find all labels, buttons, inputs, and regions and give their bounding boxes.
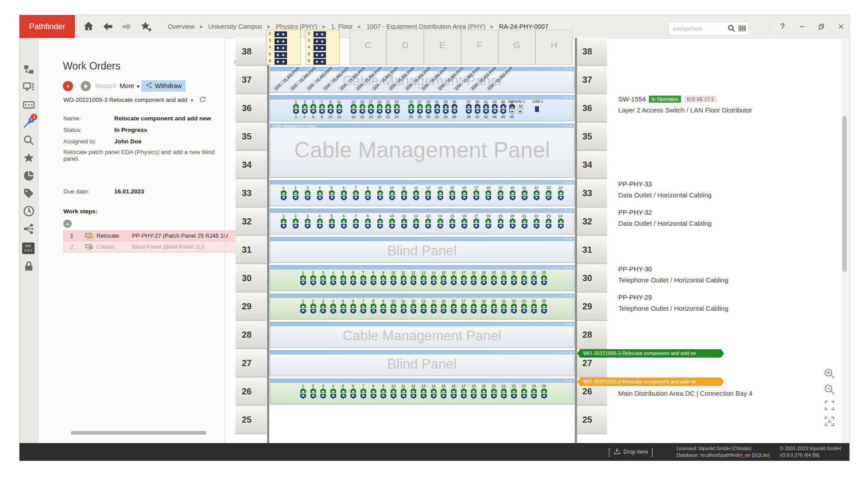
port-up[interactable] bbox=[394, 104, 400, 108]
search-icon[interactable] bbox=[727, 24, 736, 33]
port-down[interactable] bbox=[394, 109, 400, 114]
port-up[interactable] bbox=[385, 104, 391, 108]
port-up[interactable] bbox=[319, 104, 325, 108]
barcode-icon[interactable] bbox=[738, 24, 747, 33]
port-down[interactable] bbox=[438, 196, 443, 201]
port-down[interactable] bbox=[401, 224, 407, 229]
port-down[interactable] bbox=[522, 196, 527, 201]
port-up[interactable] bbox=[353, 190, 359, 195]
port-up[interactable] bbox=[365, 190, 371, 195]
port-up[interactable] bbox=[421, 275, 426, 280]
port-up[interactable] bbox=[413, 218, 419, 223]
port-up[interactable] bbox=[341, 190, 347, 195]
port-down[interactable] bbox=[353, 196, 359, 201]
port-down[interactable] bbox=[411, 281, 416, 285]
port-up[interactable] bbox=[341, 303, 346, 308]
port-up[interactable] bbox=[337, 104, 342, 108]
close-button[interactable] bbox=[834, 20, 848, 33]
fiber-module[interactable] bbox=[275, 31, 287, 37]
port-up[interactable] bbox=[401, 388, 407, 393]
port-down[interactable] bbox=[501, 281, 507, 285]
port-up[interactable] bbox=[320, 275, 326, 280]
port-up[interactable] bbox=[541, 275, 547, 280]
refresh-icon[interactable] bbox=[199, 96, 206, 103]
port-down[interactable] bbox=[300, 394, 306, 399]
port-down[interactable] bbox=[350, 281, 356, 285]
port-down[interactable] bbox=[350, 394, 356, 399]
port-down[interactable] bbox=[541, 394, 547, 399]
port-up[interactable] bbox=[310, 388, 316, 393]
port-down[interactable] bbox=[371, 309, 376, 314]
port-up[interactable] bbox=[330, 388, 336, 393]
fiber-module[interactable] bbox=[275, 52, 287, 58]
port-down[interactable] bbox=[330, 309, 336, 314]
breadcrumb-item[interactable]: University Campus bbox=[208, 23, 262, 30]
port-down[interactable] bbox=[441, 309, 446, 314]
port-down[interactable] bbox=[341, 281, 346, 285]
port-up[interactable] bbox=[377, 218, 383, 223]
usb-port[interactable] bbox=[535, 106, 539, 112]
port-down[interactable] bbox=[293, 224, 298, 229]
port-down[interactable] bbox=[425, 224, 431, 229]
fiber-module[interactable] bbox=[314, 59, 326, 65]
fullscreen-icon[interactable] bbox=[823, 399, 836, 412]
fiber-panel-letter-section[interactable]: F bbox=[461, 30, 498, 65]
port-down[interactable] bbox=[510, 224, 515, 229]
search-input[interactable] bbox=[672, 23, 725, 35]
fiber-module[interactable] bbox=[275, 59, 287, 65]
port-down[interactable] bbox=[531, 394, 537, 399]
port-down[interactable] bbox=[485, 196, 491, 201]
work-orders-icon[interactable]: 3 bbox=[23, 116, 35, 129]
port-down[interactable] bbox=[441, 281, 446, 285]
port-up[interactable] bbox=[281, 218, 287, 223]
port-up[interactable] bbox=[310, 275, 316, 280]
ip-address-icon[interactable]: 192.0.0.1 bbox=[22, 243, 35, 254]
fiber-module[interactable] bbox=[275, 45, 287, 51]
port-up[interactable] bbox=[320, 303, 326, 308]
port-down[interactable] bbox=[319, 109, 325, 114]
port-up[interactable] bbox=[491, 388, 497, 393]
port-up[interactable] bbox=[441, 303, 446, 308]
port-down[interactable] bbox=[293, 109, 299, 114]
port-down[interactable] bbox=[310, 109, 316, 114]
port-down[interactable] bbox=[426, 109, 431, 114]
add-work-order-button[interactable]: + bbox=[63, 81, 73, 91]
port-down[interactable] bbox=[485, 224, 491, 229]
port-up[interactable] bbox=[425, 190, 431, 195]
port-down[interactable] bbox=[385, 109, 391, 114]
port-up[interactable] bbox=[310, 303, 316, 308]
tags-icon[interactable] bbox=[23, 187, 35, 200]
port-down[interactable] bbox=[401, 281, 407, 285]
breadcrumb-item[interactable]: 1. Floor bbox=[331, 23, 353, 30]
fiber-module[interactable] bbox=[314, 45, 326, 51]
port-down[interactable] bbox=[310, 309, 316, 314]
port-up[interactable] bbox=[534, 190, 539, 195]
port-up[interactable] bbox=[441, 388, 446, 393]
port-down[interactable] bbox=[310, 394, 316, 399]
port-down[interactable] bbox=[451, 394, 457, 399]
port-down[interactable] bbox=[310, 281, 316, 285]
port-down[interactable] bbox=[329, 196, 335, 201]
port-up[interactable] bbox=[431, 303, 437, 308]
drop-here-zone[interactable]: [ Drop here ] bbox=[608, 443, 653, 461]
fiber-panel-letter-section[interactable]: H bbox=[535, 30, 573, 65]
fiber-panel-letter-section[interactable]: G bbox=[498, 30, 535, 65]
port-up[interactable] bbox=[431, 388, 437, 393]
port-up[interactable] bbox=[441, 275, 446, 280]
port-up[interactable] bbox=[522, 218, 527, 223]
port-down[interactable] bbox=[401, 309, 407, 314]
port-down[interactable] bbox=[389, 196, 395, 201]
port-down[interactable] bbox=[534, 196, 539, 201]
port-down[interactable] bbox=[522, 224, 527, 229]
port-down[interactable] bbox=[481, 394, 487, 399]
port-down[interactable] bbox=[451, 281, 457, 285]
port-down[interactable] bbox=[317, 196, 323, 201]
port-up[interactable] bbox=[471, 303, 477, 308]
zoom-out-icon[interactable] bbox=[823, 383, 836, 396]
port-down[interactable] bbox=[546, 196, 551, 201]
port-up[interactable] bbox=[353, 218, 359, 223]
port-down[interactable] bbox=[411, 309, 416, 314]
port-up[interactable] bbox=[408, 104, 414, 108]
port-down[interactable] bbox=[471, 394, 477, 399]
port-down[interactable] bbox=[417, 109, 423, 114]
